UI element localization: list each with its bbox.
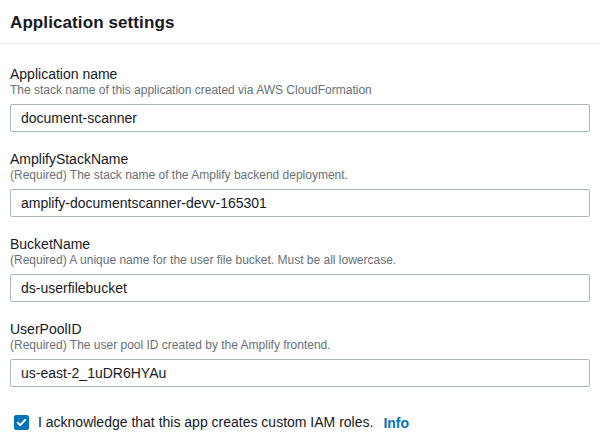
bucket-name-label: BucketName <box>10 236 590 252</box>
application-name-label: Application name <box>10 66 590 82</box>
user-pool-id-label: UserPoolID <box>10 321 590 337</box>
amplify-stack-name-input[interactable] <box>10 189 590 217</box>
application-name-description: The stack name of this application creat… <box>10 83 590 98</box>
application-settings-page: Application settings Application name Th… <box>0 0 600 446</box>
user-pool-id-field: UserPoolID (Required) The user pool ID c… <box>10 321 590 387</box>
user-pool-id-description: (Required) The user pool ID created by t… <box>10 338 590 353</box>
info-link[interactable]: Info <box>383 415 409 431</box>
amplify-stack-name-description: (Required) The stack name of the Amplify… <box>10 168 590 183</box>
application-name-field: Application name The stack name of this … <box>10 66 590 132</box>
bucket-name-field: BucketName (Required) A unique name for … <box>10 236 590 302</box>
settings-form: Application name The stack name of this … <box>0 66 600 431</box>
amplify-stack-name-label: AmplifyStackName <box>10 151 590 167</box>
amplify-stack-name-field: AmplifyStackName (Required) The stack na… <box>10 151 590 217</box>
iam-acknowledge-checkbox[interactable] <box>14 415 29 430</box>
page-title: Application settings <box>10 13 590 32</box>
bucket-name-description: (Required) A unique name for the user fi… <box>10 253 590 268</box>
user-pool-id-input[interactable] <box>10 359 590 387</box>
section-header: Application settings <box>0 0 600 44</box>
iam-acknowledgement-label: I acknowledge that this app creates cust… <box>38 414 373 431</box>
iam-acknowledgement-row: I acknowledge that this app creates cust… <box>14 414 590 431</box>
checkmark-icon <box>16 417 27 428</box>
application-name-input[interactable] <box>10 104 590 132</box>
bucket-name-input[interactable] <box>10 274 590 302</box>
